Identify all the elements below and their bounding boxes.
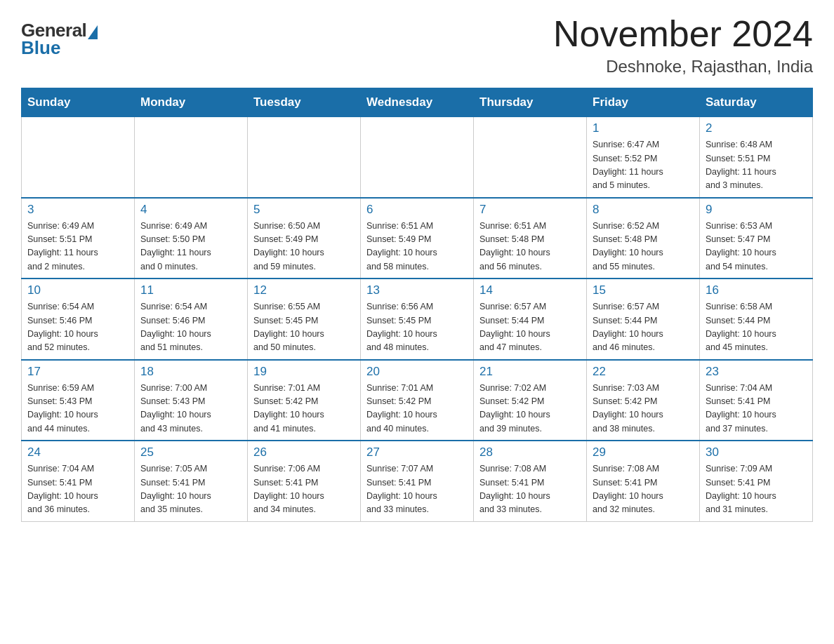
calendar-cell: 20Sunrise: 7:01 AM Sunset: 5:42 PM Dayli… <box>361 360 474 441</box>
day-number: 27 <box>366 445 468 459</box>
calendar-cell: 24Sunrise: 7:04 AM Sunset: 5:41 PM Dayli… <box>22 441 135 521</box>
day-info: Sunrise: 6:56 AM Sunset: 5:45 PM Dayligh… <box>366 300 468 355</box>
day-info: Sunrise: 6:57 AM Sunset: 5:44 PM Dayligh… <box>593 300 694 355</box>
day-info: Sunrise: 7:03 AM Sunset: 5:42 PM Dayligh… <box>593 382 694 436</box>
day-info: Sunrise: 7:08 AM Sunset: 5:41 PM Dayligh… <box>593 462 694 517</box>
calendar-cell: 15Sunrise: 6:57 AM Sunset: 5:44 PM Dayli… <box>587 279 700 360</box>
day-number: 29 <box>593 445 694 459</box>
day-number: 17 <box>27 365 128 379</box>
day-number: 22 <box>593 365 694 379</box>
day-number: 5 <box>253 203 355 217</box>
day-info: Sunrise: 7:08 AM Sunset: 5:41 PM Dayligh… <box>479 462 581 517</box>
calendar-cell: 30Sunrise: 7:09 AM Sunset: 5:41 PM Dayli… <box>700 441 813 521</box>
calendar-cell: 19Sunrise: 7:01 AM Sunset: 5:42 PM Dayli… <box>248 360 361 441</box>
weekday-header-wednesday: Wednesday <box>361 88 474 117</box>
day-info: Sunrise: 7:00 AM Sunset: 5:43 PM Dayligh… <box>140 382 241 436</box>
day-number: 26 <box>253 445 355 459</box>
day-number: 12 <box>253 283 355 297</box>
day-number: 8 <box>593 203 694 217</box>
calendar-cell: 16Sunrise: 6:58 AM Sunset: 5:44 PM Dayli… <box>700 279 813 360</box>
calendar-cell: 3Sunrise: 6:49 AM Sunset: 5:51 PM Daylig… <box>22 198 135 279</box>
day-info: Sunrise: 7:09 AM Sunset: 5:41 PM Dayligh… <box>706 462 807 517</box>
day-number: 30 <box>706 445 807 459</box>
location-title: Deshnoke, Rajasthan, India <box>553 57 813 76</box>
calendar-cell: 6Sunrise: 6:51 AM Sunset: 5:49 PM Daylig… <box>361 198 474 279</box>
day-number: 19 <box>253 365 355 379</box>
calendar-week-row: 17Sunrise: 6:59 AM Sunset: 5:43 PM Dayli… <box>22 360 813 441</box>
calendar-cell: 12Sunrise: 6:55 AM Sunset: 5:45 PM Dayli… <box>248 279 361 360</box>
day-info: Sunrise: 6:47 AM Sunset: 5:52 PM Dayligh… <box>593 138 694 193</box>
day-info: Sunrise: 7:04 AM Sunset: 5:41 PM Dayligh… <box>27 462 128 517</box>
calendar-cell <box>474 117 587 198</box>
header: General Blue November 2024 Deshnoke, Raj… <box>21 14 813 76</box>
day-info: Sunrise: 6:54 AM Sunset: 5:46 PM Dayligh… <box>140 300 241 355</box>
day-number: 7 <box>479 203 581 217</box>
calendar-week-row: 24Sunrise: 7:04 AM Sunset: 5:41 PM Dayli… <box>22 441 813 521</box>
logo-triangle-icon <box>88 25 98 39</box>
day-info: Sunrise: 7:02 AM Sunset: 5:42 PM Dayligh… <box>479 382 581 436</box>
calendar-cell: 17Sunrise: 6:59 AM Sunset: 5:43 PM Dayli… <box>22 360 135 441</box>
day-info: Sunrise: 7:04 AM Sunset: 5:41 PM Dayligh… <box>706 382 807 436</box>
weekday-header-thursday: Thursday <box>474 88 587 117</box>
calendar-week-row: 1Sunrise: 6:47 AM Sunset: 5:52 PM Daylig… <box>22 117 813 198</box>
calendar-cell <box>135 117 248 198</box>
calendar-cell: 21Sunrise: 7:02 AM Sunset: 5:42 PM Dayli… <box>474 360 587 441</box>
calendar-cell: 8Sunrise: 6:52 AM Sunset: 5:48 PM Daylig… <box>587 198 700 279</box>
month-title: November 2024 <box>553 14 813 54</box>
day-number: 14 <box>479 283 581 297</box>
day-number: 9 <box>706 203 807 217</box>
day-number: 15 <box>593 283 694 297</box>
calendar-cell: 1Sunrise: 6:47 AM Sunset: 5:52 PM Daylig… <box>587 117 700 198</box>
calendar-cell: 22Sunrise: 7:03 AM Sunset: 5:42 PM Dayli… <box>587 360 700 441</box>
day-number: 21 <box>479 365 581 379</box>
weekday-header-saturday: Saturday <box>700 88 813 117</box>
calendar-cell: 4Sunrise: 6:49 AM Sunset: 5:50 PM Daylig… <box>135 198 248 279</box>
day-number: 23 <box>706 365 807 379</box>
day-info: Sunrise: 6:51 AM Sunset: 5:48 PM Dayligh… <box>479 220 581 274</box>
calendar-cell: 9Sunrise: 6:53 AM Sunset: 5:47 PM Daylig… <box>700 198 813 279</box>
day-number: 2 <box>706 121 807 135</box>
day-info: Sunrise: 6:53 AM Sunset: 5:47 PM Dayligh… <box>706 220 807 274</box>
day-info: Sunrise: 6:51 AM Sunset: 5:49 PM Dayligh… <box>366 220 468 274</box>
calendar-cell: 28Sunrise: 7:08 AM Sunset: 5:41 PM Dayli… <box>474 441 587 521</box>
day-number: 28 <box>479 445 581 459</box>
weekday-header-row: SundayMondayTuesdayWednesdayThursdayFrid… <box>22 88 813 117</box>
day-number: 10 <box>27 283 128 297</box>
day-info: Sunrise: 7:05 AM Sunset: 5:41 PM Dayligh… <box>140 462 241 517</box>
day-info: Sunrise: 6:59 AM Sunset: 5:43 PM Dayligh… <box>27 382 128 436</box>
day-info: Sunrise: 6:58 AM Sunset: 5:44 PM Dayligh… <box>706 300 807 355</box>
calendar-cell <box>248 117 361 198</box>
day-info: Sunrise: 6:57 AM Sunset: 5:44 PM Dayligh… <box>479 300 581 355</box>
calendar-cell: 26Sunrise: 7:06 AM Sunset: 5:41 PM Dayli… <box>248 441 361 521</box>
day-number: 3 <box>27 203 128 217</box>
calendar-week-row: 3Sunrise: 6:49 AM Sunset: 5:51 PM Daylig… <box>22 198 813 279</box>
calendar-cell: 2Sunrise: 6:48 AM Sunset: 5:51 PM Daylig… <box>700 117 813 198</box>
calendar-cell: 25Sunrise: 7:05 AM Sunset: 5:41 PM Dayli… <box>135 441 248 521</box>
weekday-header-monday: Monday <box>135 88 248 117</box>
calendar-cell: 10Sunrise: 6:54 AM Sunset: 5:46 PM Dayli… <box>22 279 135 360</box>
calendar-week-row: 10Sunrise: 6:54 AM Sunset: 5:46 PM Dayli… <box>22 279 813 360</box>
day-number: 18 <box>140 365 241 379</box>
calendar-cell: 14Sunrise: 6:57 AM Sunset: 5:44 PM Dayli… <box>474 279 587 360</box>
day-number: 1 <box>593 121 694 135</box>
weekday-header-tuesday: Tuesday <box>248 88 361 117</box>
weekday-header-sunday: Sunday <box>22 88 135 117</box>
day-number: 13 <box>366 283 468 297</box>
day-number: 24 <box>27 445 128 459</box>
calendar-cell <box>22 117 135 198</box>
day-number: 6 <box>366 203 468 217</box>
day-number: 4 <box>140 203 241 217</box>
title-area: November 2024 Deshnoke, Rajasthan, India <box>553 14 813 76</box>
day-info: Sunrise: 7:06 AM Sunset: 5:41 PM Dayligh… <box>253 462 355 517</box>
calendar-cell: 18Sunrise: 7:00 AM Sunset: 5:43 PM Dayli… <box>135 360 248 441</box>
day-info: Sunrise: 7:07 AM Sunset: 5:41 PM Dayligh… <box>366 462 468 517</box>
day-number: 25 <box>140 445 241 459</box>
logo: General Blue <box>21 14 98 59</box>
logo-blue-text: Blue <box>21 37 60 59</box>
day-info: Sunrise: 6:52 AM Sunset: 5:48 PM Dayligh… <box>593 220 694 274</box>
day-number: 11 <box>140 283 241 297</box>
day-info: Sunrise: 6:48 AM Sunset: 5:51 PM Dayligh… <box>706 138 807 193</box>
calendar-cell: 7Sunrise: 6:51 AM Sunset: 5:48 PM Daylig… <box>474 198 587 279</box>
calendar-cell <box>361 117 474 198</box>
day-number: 16 <box>706 283 807 297</box>
